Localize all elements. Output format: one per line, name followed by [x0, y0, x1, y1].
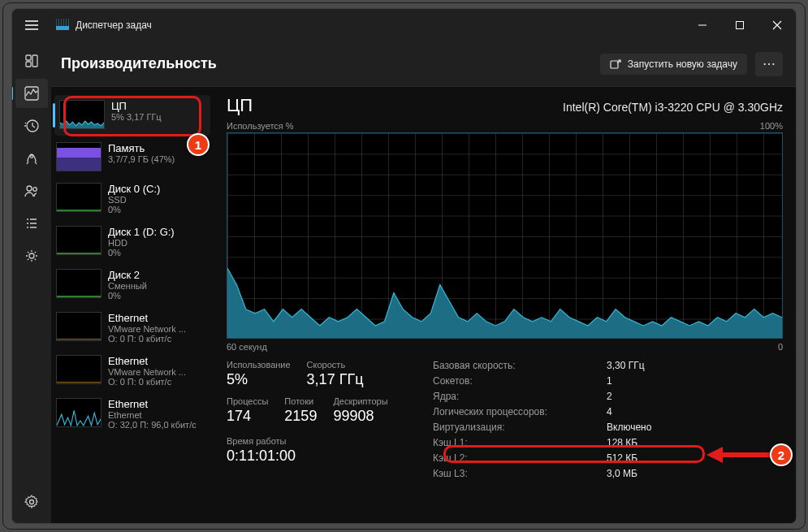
window-controls [684, 9, 796, 41]
annotation-badge-2: 2 [770, 443, 793, 466]
app-icon [56, 20, 69, 30]
sidebar-item-disk2[interactable]: Диск 2Сменный0% [51, 264, 214, 307]
svg-rect-0 [737, 22, 744, 29]
page-header: Производительность Запустить новую задач… [51, 41, 796, 87]
nav-users[interactable] [15, 176, 48, 205]
info-row-3: Логических процессоров:4 [433, 406, 783, 417]
disk2-thumbnail [56, 269, 102, 298]
annotation-badge-1: 1 [187, 133, 210, 156]
sidebar-item-eth2[interactable]: EthernetEthernetО: 32,0 П: 96,0 кбит/с [51, 393, 214, 436]
nav-processes[interactable] [15, 46, 48, 76]
info-row-1: Сокетов:1 [433, 375, 783, 387]
sidebar-item-eth1[interactable]: EthernetVMware Network ...О: 0 П: 0 кбит… [51, 350, 214, 393]
svg-point-9 [29, 253, 34, 258]
svg-rect-2 [32, 55, 37, 67]
info-row-2: Ядра:2 [433, 391, 783, 402]
nav-services[interactable] [15, 241, 48, 270]
chart-x-left: 60 секунд [227, 342, 267, 352]
disk0-thumbnail [56, 183, 102, 212]
sidebar-item-eth0[interactable]: EthernetVMware Network ...О: 0 П: 0 кбит… [51, 307, 214, 350]
close-button[interactable] [758, 9, 796, 41]
info-row-7: Кэш L3:3,0 МБ [433, 468, 783, 479]
stat-threads: 2159 [284, 408, 317, 425]
menu-button[interactable] [12, 9, 51, 41]
cpu-model: Intel(R) Core(TM) i3-3220 CPU @ 3.30GHz [563, 101, 783, 114]
cpu-thumbnail [59, 100, 105, 129]
eth2-thumbnail [56, 398, 102, 427]
titlebar: Диспетчер задач [12, 9, 796, 41]
chart-x-right: 0 [778, 342, 783, 352]
sidebar-item-disk1[interactable]: Диск 1 (D: G:)HDD0% [51, 221, 214, 264]
page-title: Производительность [61, 55, 217, 72]
nav-performance[interactable] [15, 79, 48, 108]
sidebar-item-disk0[interactable]: Диск 0 (C:)SSD0% [51, 178, 214, 221]
memory-thumbnail [56, 142, 102, 171]
stat-speed: 3,17 ГГц [307, 371, 364, 388]
nav-settings[interactable] [15, 487, 48, 517]
svg-rect-11 [611, 61, 618, 68]
more-button[interactable]: ⋯ [755, 52, 783, 76]
run-task-label: Запустить новую задачу [628, 58, 737, 70]
sidebar-item-cpu[interactable]: ЦП5% 3,17 ГГц [54, 95, 210, 136]
chart-y-label: Используется % [227, 121, 294, 131]
svg-point-7 [27, 186, 32, 191]
svg-point-8 [33, 188, 37, 192]
cpu-chart[interactable] [227, 132, 783, 339]
nav-rail [12, 41, 51, 523]
svg-rect-3 [26, 62, 31, 67]
stat-processes: 174 [227, 408, 268, 425]
window-title: Диспетчер задач [76, 19, 152, 31]
svg-point-6 [31, 156, 33, 158]
nav-history[interactable] [15, 111, 48, 141]
nav-details[interactable] [15, 209, 48, 238]
eth0-thumbnail [56, 312, 102, 341]
svg-point-10 [30, 500, 34, 504]
stat-handles: 99908 [333, 408, 387, 425]
run-task-icon [610, 58, 621, 70]
detail-title: ЦП [227, 95, 253, 116]
chart-y-max: 100% [760, 121, 783, 131]
nav-startup[interactable] [15, 144, 48, 173]
stat-uptime: 0:11:01:00 [227, 448, 433, 465]
run-new-task-button[interactable]: Запустить новую задачу [600, 54, 747, 75]
svg-rect-1 [26, 55, 31, 60]
minimize-button[interactable] [684, 9, 721, 41]
task-manager-window: Диспетчер задач Производительность Запус… [11, 8, 797, 524]
annotation-arrow [706, 445, 773, 465]
info-row-4: Виртуализация:Включено [433, 422, 783, 433]
eth1-thumbnail [56, 355, 102, 384]
disk1-thumbnail [56, 226, 102, 255]
maximize-button[interactable] [721, 9, 758, 41]
stat-usage: 5% [227, 371, 291, 388]
info-row-0: Базовая скорость:3,30 ГГц [433, 360, 783, 371]
